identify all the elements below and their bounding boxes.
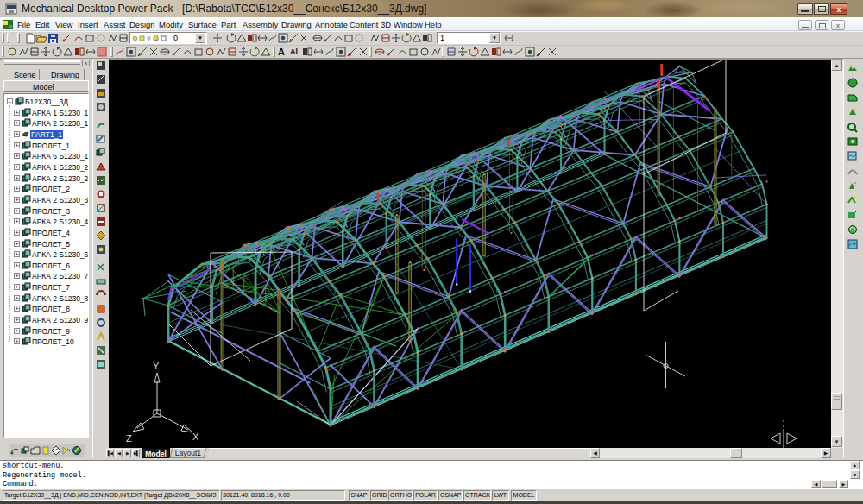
- svg-text:Y: Y: [153, 361, 160, 371]
- svg-text:X: X: [192, 432, 199, 442]
- svg-text:Z: Z: [126, 433, 132, 444]
